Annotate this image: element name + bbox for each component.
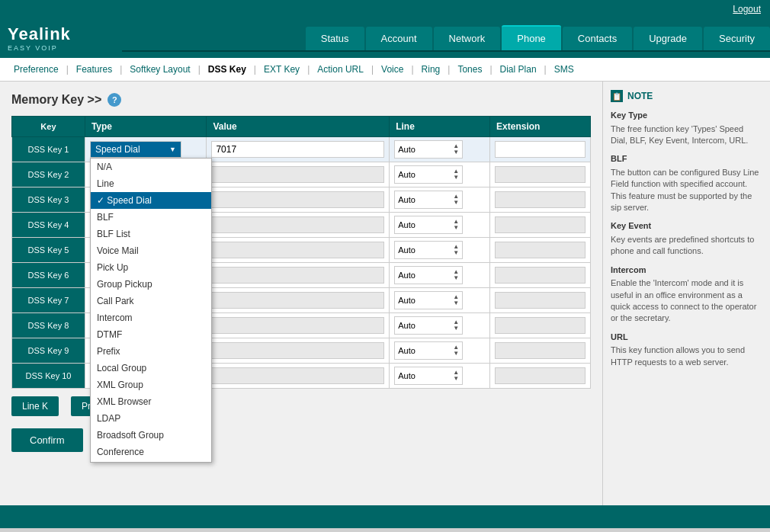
value-input-6[interactable] — [211, 267, 384, 284]
line-down-9[interactable]: ▼ — [453, 351, 459, 357]
confirm-button[interactable]: Confirm — [11, 428, 83, 452]
ext-input-1[interactable] — [495, 141, 586, 158]
subnav-action-url[interactable]: Action URL — [311, 62, 370, 76]
ext-cell-1 — [490, 137, 591, 162]
subnav-voice[interactable]: Voice — [375, 62, 409, 76]
option-blf-list[interactable]: BLF List — [91, 226, 211, 242]
subnav-preference[interactable]: Preference — [8, 62, 65, 76]
line-select-5[interactable]: Auto▲▼ — [394, 241, 463, 259]
option-xml-group[interactable]: XML Group — [91, 377, 211, 393]
type-dropdown-1[interactable]: Speed Dial ▼ N/A Line Speed Dial BLF BLF… — [90, 141, 201, 158]
line-down-10[interactable]: ▼ — [453, 376, 459, 382]
ext-input-5[interactable] — [495, 242, 586, 258]
ext-input-4[interactable] — [495, 216, 586, 233]
line-select-1[interactable]: Auto ▲ ▼ — [394, 140, 463, 159]
line-value-8: Auto — [398, 321, 453, 330]
subnav-ring[interactable]: Ring — [415, 62, 447, 76]
line-down-5[interactable]: ▼ — [453, 250, 459, 256]
option-speed-dial[interactable]: Speed Dial — [91, 192, 211, 209]
line-down-6[interactable]: ▼ — [453, 275, 459, 281]
value-input-3[interactable] — [211, 191, 384, 208]
nav-account[interactable]: Account — [366, 27, 432, 50]
line-select-4[interactable]: Auto▲▼ — [394, 216, 463, 234]
option-pick-up[interactable]: Pick Up — [91, 259, 211, 276]
value-input-7[interactable] — [211, 292, 384, 309]
dss-table: Key Type Value Line Extension DSS Key 1 … — [11, 116, 591, 389]
value-cell-8 — [207, 313, 390, 338]
value-input-9[interactable] — [211, 342, 384, 359]
line-select-10[interactable]: Auto▲▼ — [394, 367, 463, 385]
option-dtmf[interactable]: DTMF — [91, 326, 211, 343]
ext-input-9[interactable] — [495, 342, 586, 359]
option-ldap[interactable]: LDAP — [91, 410, 211, 427]
line-select-7[interactable]: Auto▲▼ — [394, 291, 463, 309]
line-down-2[interactable]: ▼ — [453, 175, 459, 181]
line-down-3[interactable]: ▼ — [453, 200, 459, 206]
nav-upgrade[interactable]: Upgrade — [634, 27, 702, 50]
option-local-group[interactable]: Local Group — [91, 360, 211, 377]
line-key-label: Line K — [11, 396, 59, 416]
line-down-1[interactable]: ▼ — [453, 149, 459, 155]
value-input-8[interactable] — [211, 317, 384, 334]
nav-contacts[interactable]: Contacts — [563, 27, 632, 50]
subnav-dss-key[interactable]: DSS Key — [202, 62, 252, 76]
line-cell-9: Auto▲▼ — [390, 338, 490, 364]
option-voice-mail[interactable]: Voice Mail — [91, 242, 211, 259]
ext-input-8[interactable] — [495, 317, 586, 334]
ext-input-10[interactable] — [495, 367, 586, 384]
dropdown-selected-1[interactable]: Speed Dial ▼ — [90, 141, 181, 158]
line-select-8[interactable]: Auto▲▼ — [394, 316, 463, 335]
option-xml-browser[interactable]: XML Browser — [91, 393, 211, 410]
subnav-features[interactable]: Features — [70, 62, 118, 76]
option-prefix[interactable]: Prefix — [91, 343, 211, 360]
ext-input-3[interactable] — [495, 191, 586, 208]
value-input-5[interactable] — [211, 242, 384, 258]
main-content: Memory Key >> ? Key Type Value Line Exte… — [0, 82, 770, 505]
line-select-3[interactable]: Auto▲▼ — [394, 191, 463, 209]
option-conference[interactable]: Conference — [91, 444, 211, 460]
line-down-8[interactable]: ▼ — [453, 325, 459, 332]
memory-key-help-icon[interactable]: ? — [107, 93, 121, 107]
line-select-2[interactable]: Auto▲▼ — [394, 165, 463, 184]
value-input-10[interactable] — [211, 367, 384, 384]
line-down-7[interactable]: ▼ — [453, 300, 459, 306]
ext-input-2[interactable] — [495, 166, 586, 183]
nav-security[interactable]: Security — [704, 27, 770, 50]
line-select-9[interactable]: Auto▲▼ — [394, 341, 463, 360]
line-value-2: Auto — [398, 170, 453, 179]
subnav-ext-key[interactable]: EXT Key — [258, 62, 306, 76]
option-forward[interactable]: Forward — [91, 460, 211, 463]
option-group-pickup[interactable]: Group Pickup — [91, 276, 211, 293]
subnav-dial-plan[interactable]: Dial Plan — [494, 62, 543, 76]
line-value-3: Auto — [398, 195, 453, 204]
nav-network[interactable]: Network — [434, 27, 501, 50]
dropdown-menu-1[interactable]: N/A Line Speed Dial BLF BLF List Voice M… — [90, 158, 212, 463]
nav-status[interactable]: Status — [306, 27, 364, 50]
ext-input-6[interactable] — [495, 267, 586, 284]
option-line[interactable]: Line — [91, 175, 211, 192]
logo-area: Yealink EASY VOIP — [8, 24, 122, 52]
value-input-4[interactable] — [211, 216, 384, 233]
line-spinners-1[interactable]: ▲ ▼ — [453, 143, 459, 155]
value-cell-3 — [207, 187, 390, 213]
option-na[interactable]: N/A — [91, 159, 211, 175]
subnav-tones[interactable]: Tones — [451, 62, 488, 76]
subnav-softkey[interactable]: Softkey Layout — [124, 62, 196, 76]
nav-phone[interactable]: Phone — [502, 25, 561, 50]
option-broadsoft-group[interactable]: Broadsoft Group — [91, 427, 211, 444]
option-call-park[interactable]: Call Park — [91, 293, 211, 309]
ext-cell-5 — [490, 238, 591, 263]
value-input-1[interactable] — [211, 141, 384, 158]
line-select-6[interactable]: Auto▲▼ — [394, 266, 463, 284]
key-cell-10: DSS Key 10 — [12, 364, 85, 389]
line-down-4[interactable]: ▼ — [453, 225, 459, 231]
ext-input-7[interactable] — [495, 292, 586, 309]
col-type: Type — [85, 117, 206, 137]
value-input-2[interactable] — [211, 166, 384, 183]
logout-link[interactable]: Logout — [733, 4, 761, 14]
option-intercom[interactable]: Intercom — [91, 309, 211, 326]
main-nav: Status Account Network Phone Contacts Up… — [122, 25, 770, 52]
option-blf[interactable]: BLF — [91, 209, 211, 226]
subnav-sms[interactable]: SMS — [548, 62, 580, 76]
value-cell-2 — [207, 162, 390, 187]
